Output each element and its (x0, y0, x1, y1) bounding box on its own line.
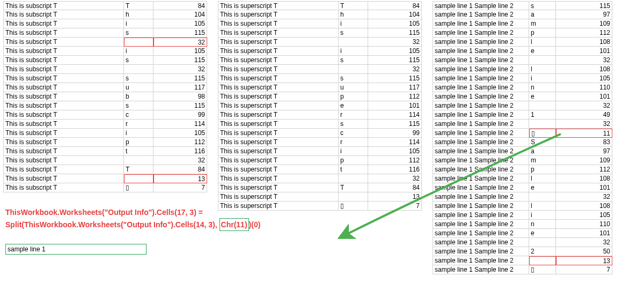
cell-char[interactable]: p (124, 138, 153, 147)
cell-num[interactable]: 105 (556, 211, 612, 220)
table-row[interactable]: This is subscript Tu117 (3, 83, 207, 92)
cell-char[interactable]: s (339, 120, 368, 129)
table-row[interactable]: This is subscript Tp112 (3, 138, 207, 147)
table-row[interactable]: This is superscript T13 (218, 192, 422, 202)
cell-num[interactable]: 108 (556, 202, 612, 211)
cell-num[interactable]: 101 (556, 229, 612, 238)
table-row[interactable]: This is subscript Ti105 (3, 129, 207, 138)
table-row[interactable]: sample line 1 Sample line 2a97 (433, 147, 612, 156)
cell-char[interactable] (339, 192, 368, 202)
cell-num[interactable]: 105 (368, 19, 422, 28)
cell-desc[interactable]: This is subscript T (3, 10, 124, 19)
cell-num[interactable]: 115 (368, 28, 422, 38)
table-row[interactable]: This is superscript Tr114 (218, 110, 422, 120)
table-row[interactable]: sample line 1 Sample line 2i105 (433, 211, 612, 220)
table-row[interactable]: This is superscript Tr114 (218, 138, 422, 147)
cell-char[interactable]: i (124, 129, 153, 138)
table-row[interactable]: sample line 1 Sample line 2l108 (433, 65, 612, 74)
cell-num[interactable]: 7 (556, 265, 612, 274)
cell-desc[interactable]: This is superscript T (218, 156, 339, 165)
cell-num[interactable]: 101 (556, 183, 612, 192)
cell-num[interactable]: 110 (556, 83, 612, 92)
table-row[interactable]: sample line 1 Sample line 232 (433, 192, 612, 202)
cell-desc[interactable]: This is superscript T (218, 19, 339, 28)
table-row[interactable]: This is subscript Ti105 (3, 47, 207, 56)
cell-num[interactable]: 115 (153, 56, 207, 65)
cell-num[interactable]: 112 (368, 92, 422, 101)
cell-desc[interactable]: This is subscript T (3, 92, 124, 101)
table-row[interactable]: This is superscript Th104 (218, 10, 422, 19)
cell-num[interactable]: 32 (368, 65, 422, 74)
cell-char[interactable] (124, 174, 153, 183)
cell-char[interactable]: s (529, 1, 556, 10)
table-row[interactable]: This is superscript Ts115 (218, 56, 422, 65)
table-row[interactable]: This is subscript T32 (3, 65, 207, 74)
cell-char[interactable]: 2 (529, 247, 556, 256)
cell-num[interactable]: 84 (368, 183, 422, 192)
cell-num[interactable]: 112 (368, 156, 422, 165)
cell-desc[interactable]: This is superscript T (218, 129, 339, 138)
cell-char[interactable]: e (529, 92, 556, 101)
cell-desc[interactable]: This is superscript T (218, 47, 339, 56)
cell-num[interactable]: 108 (556, 38, 612, 47)
cell-char[interactable] (529, 56, 556, 65)
cell-char[interactable]: e (529, 47, 556, 56)
cell-char[interactable]: s (339, 74, 368, 83)
cell-desc[interactable]: sample line 1 Sample line 2 (433, 247, 529, 256)
cell-char[interactable]: ▯ (124, 183, 153, 192)
cell-num[interactable]: 32 (368, 174, 422, 183)
cell-desc[interactable]: sample line 1 Sample line 2 (433, 28, 529, 38)
cell-num[interactable]: 32 (556, 192, 612, 202)
table-row[interactable]: This is subscript Ts115 (3, 101, 207, 110)
table-row[interactable]: sample line 1 Sample line 2l108 (433, 38, 612, 47)
cell-char[interactable]: s (124, 56, 153, 65)
cell-desc[interactable]: sample line 1 Sample line 2 (433, 19, 529, 28)
table-row[interactable]: sample line 1 Sample line 213 (433, 256, 612, 265)
cell-char[interactable]: i (529, 74, 556, 83)
table-row[interactable]: sample line 1 Sample line 2▯7 (433, 265, 612, 274)
cell-desc[interactable]: This is superscript T (218, 192, 339, 202)
table-row[interactable]: sample line 1 Sample line 232 (433, 120, 612, 129)
cell-desc[interactable]: sample line 1 Sample line 2 (433, 83, 529, 92)
cell-char[interactable]: p (339, 92, 368, 101)
table-row[interactable]: This is subscript Ti105 (3, 19, 207, 28)
cell-char[interactable]: b (124, 92, 153, 101)
table-row[interactable]: sample line 1 Sample line 2i105 (433, 74, 612, 83)
cell-desc[interactable]: This is superscript T (218, 120, 339, 129)
cell-char[interactable]: l (529, 202, 556, 211)
cell-char[interactable]: c (339, 129, 368, 138)
cell-char[interactable]: e (529, 183, 556, 192)
cell-desc[interactable]: This is subscript T (3, 38, 124, 47)
cell-num[interactable]: 101 (556, 47, 612, 56)
cell-char[interactable]: s (124, 101, 153, 110)
cell-num[interactable]: 13 (368, 192, 422, 202)
cell-desc[interactable]: sample line 1 Sample line 2 (433, 183, 529, 192)
cell-num[interactable]: 108 (556, 65, 612, 74)
cell-num[interactable]: 32 (556, 120, 612, 129)
cell-num[interactable]: 50 (556, 247, 612, 256)
cell-char[interactable]: T (339, 183, 368, 192)
cell-char[interactable] (529, 256, 556, 265)
cell-desc[interactable]: sample line 1 Sample line 2 (433, 192, 529, 202)
cell-desc[interactable]: sample line 1 Sample line 2 (433, 38, 529, 47)
cell-num[interactable]: 112 (556, 165, 612, 174)
cell-char[interactable]: a (529, 147, 556, 156)
cell-desc[interactable]: This is superscript T (218, 138, 339, 147)
cell-desc[interactable]: This is subscript T (3, 129, 124, 138)
table-row[interactable]: sample line 1 Sample line 2m109 (433, 19, 612, 28)
table-row[interactable]: sample line 1 Sample line 2a97 (433, 10, 612, 19)
cell-char[interactable]: ▯ (339, 202, 368, 211)
cell-char[interactable]: u (124, 83, 153, 92)
cell-num[interactable]: 116 (153, 147, 207, 156)
cell-char[interactable] (529, 101, 556, 110)
table-row[interactable]: This is subscript Tc99 (3, 110, 207, 120)
cell-num[interactable]: 112 (153, 138, 207, 147)
cell-desc[interactable]: sample line 1 Sample line 2 (433, 138, 529, 147)
cell-char[interactable] (339, 65, 368, 74)
table-row[interactable]: This is subscript TT84 (3, 165, 207, 174)
table-row[interactable]: This is superscript Tp112 (218, 92, 422, 101)
cell-desc[interactable]: This is subscript T (3, 1, 124, 10)
cell-char[interactable]: l (529, 38, 556, 47)
table-row[interactable]: This is superscript Ts115 (218, 120, 422, 129)
cell-desc[interactable]: This is superscript T (218, 38, 339, 47)
